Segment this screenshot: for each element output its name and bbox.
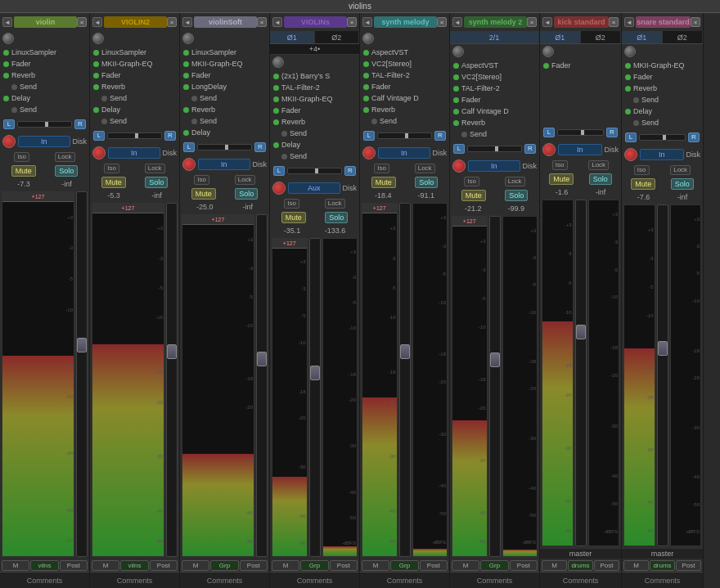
io-knob[interactable] [92,33,104,44]
solo-button[interactable]: Solo [235,188,258,200]
comments-row[interactable]: Comments [0,572,89,588]
channel-arrow-btn[interactable]: ◄ [272,17,282,27]
bottom-btn-2[interactable]: Post [150,560,178,571]
mute-button[interactable]: Mute [631,178,655,190]
fader-handle[interactable] [167,344,177,359]
bottom-btn-1[interactable]: vilns [30,560,58,571]
fx-item[interactable]: TAL-Filter-2 [452,83,538,94]
io-knob[interactable] [452,46,464,57]
l-button[interactable]: L [625,132,637,142]
input-box[interactable]: In [198,159,250,170]
subtab-0[interactable]: Ø1 [540,31,581,43]
fx-item[interactable]: Send [182,115,268,127]
bottom-btn-2[interactable]: Post [594,560,619,571]
bottom-btn-2[interactable]: Post [330,560,358,571]
fader-handle[interactable] [77,338,87,352]
fader-handle[interactable] [576,325,586,339]
fader-track[interactable] [489,216,501,557]
l-button[interactable]: L [273,166,285,176]
l-button[interactable]: L [93,131,105,141]
io-knob[interactable] [362,33,374,44]
record-button[interactable] [452,159,466,173]
fx-item[interactable]: Send [182,92,268,104]
bottom-btn-1[interactable]: drums [650,560,675,571]
fx-item[interactable]: Send [92,92,178,104]
lock-button[interactable]: Lock [670,165,691,175]
fx-item[interactable]: LinuxSampler [92,47,178,58]
fx-item[interactable]: MKII-Graph-EQ [182,58,268,70]
fx-item[interactable]: Delay [92,104,178,115]
bottom-btn-0[interactable]: M [362,560,389,571]
iso-button[interactable]: Iso [552,160,568,170]
fx-item[interactable]: LongDelay [182,81,268,92]
fx-item[interactable]: Reverb [452,117,538,128]
io-knob[interactable] [2,33,14,44]
fx-item[interactable]: Reverb [92,81,178,92]
iso-button[interactable]: Iso [194,175,209,185]
fader-track[interactable] [657,204,668,546]
lock-button[interactable]: Lock [415,164,435,173]
comments-row[interactable]: Comments [540,572,621,588]
solo-button[interactable]: Solo [325,212,348,223]
fx-item[interactable]: (2x1) Barry's S [272,70,358,82]
solo-button[interactable]: Solo [415,177,438,188]
iso-button[interactable]: Iso [104,164,119,173]
mute-button[interactable]: Mute [11,165,36,177]
solo-button[interactable]: Solo [505,190,528,201]
input-box[interactable]: In [378,147,430,159]
input-box[interactable]: In [468,160,520,172]
fx-item[interactable]: Delay [623,105,701,117]
fx-item[interactable]: TAL-Filter-2 [272,82,358,93]
mute-button[interactable]: Mute [461,190,486,201]
r-button[interactable]: R [688,132,700,142]
bottom-btn-2[interactable]: Post [240,560,268,571]
comments-row[interactable]: Comments [270,572,359,588]
bottom-btn-0[interactable]: M [542,560,567,571]
channel-close-btn[interactable]: × [347,17,357,27]
input-box[interactable]: In [18,136,70,147]
lock-button[interactable]: Lock [325,199,345,209]
channel-name[interactable]: snare standard [636,16,691,28]
fx-item[interactable]: MKII-Graph-EQ [92,58,178,70]
comments-row[interactable]: Comments [622,572,703,588]
pan-slider[interactable] [377,132,432,139]
fx-item[interactable]: VC2[Stereo] [452,71,538,83]
subtab-0[interactable]: Ø1 [270,31,315,43]
fx-item[interactable]: VC2[Stereo] [362,58,448,70]
record-button[interactable] [2,135,16,148]
record-button[interactable] [542,143,556,156]
subtab-0[interactable]: 2/1 [450,31,539,43]
iso-button[interactable]: Iso [634,165,650,175]
l-button[interactable]: L [543,128,555,137]
lock-button[interactable]: Lock [235,175,255,185]
fx-item[interactable]: Reverb [182,104,268,115]
fx-item[interactable]: Calf Vintage D [452,105,538,117]
solo-button[interactable]: Solo [145,177,168,188]
fx-item[interactable]: Reverb [623,83,701,94]
subtab-1[interactable]: Ø2 [663,31,704,43]
bottom-btn-1[interactable]: Grp [300,560,328,571]
comments-row[interactable]: Comments [450,572,539,588]
fx-item[interactable]: Fader [542,60,619,71]
channel-name[interactable]: violinSoft [194,16,257,28]
input-box[interactable]: In [108,147,160,159]
bottom-btn-0[interactable]: M [92,560,119,571]
bottom-btn-1[interactable]: drums [568,560,593,571]
r-button[interactable]: R [254,142,266,152]
fx-item[interactable]: Delay [2,92,88,104]
lock-button[interactable]: Lock [505,177,525,186]
fx-item[interactable]: Send [623,94,701,105]
fx-item[interactable]: Send [272,128,358,139]
pan-slider[interactable] [639,134,686,141]
channel-name[interactable]: VIOLINs [284,16,347,28]
fx-item[interactable]: MKII-Graph-EQ [623,60,701,71]
bottom-btn-0[interactable]: M [182,560,209,571]
channel-arrow-btn[interactable]: ◄ [452,17,462,27]
record-button[interactable] [92,146,106,159]
fx-item[interactable]: AspectVST [362,47,448,58]
channel-name[interactable]: violin [14,16,77,28]
fx-item[interactable]: Fader [2,58,88,70]
iso-button[interactable]: Iso [374,164,389,173]
fader-handle[interactable] [490,352,500,367]
pan-slider[interactable] [107,132,162,139]
